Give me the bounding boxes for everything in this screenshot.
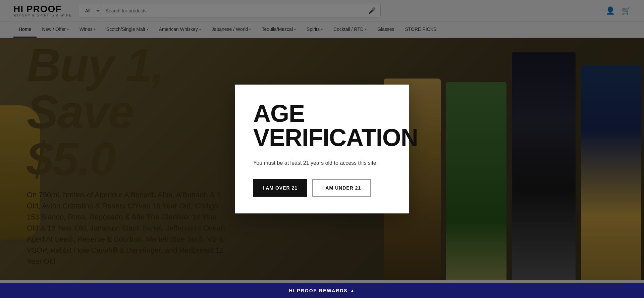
modal-title: AGE VERIFICATION <box>253 101 391 150</box>
under-21-button[interactable]: I AM UNDER 21 <box>312 179 371 197</box>
modal-overlay[interactable]: AGE VERIFICATION You must be at least 21… <box>0 0 644 298</box>
modal-subtitle: You must be at least 21 years old to acc… <box>253 159 391 167</box>
modal-buttons: I AM OVER 21 I AM UNDER 21 <box>253 179 391 197</box>
chevron-up-icon: ▲ <box>351 288 355 293</box>
rewards-bar-label: HI PROOF REWARDS <box>289 288 347 293</box>
age-verification-modal: AGE VERIFICATION You must be at least 21… <box>235 85 409 213</box>
rewards-bar[interactable]: HI PROOF REWARDS ▲ <box>0 283 644 298</box>
over-21-button[interactable]: I AM OVER 21 <box>253 179 307 197</box>
